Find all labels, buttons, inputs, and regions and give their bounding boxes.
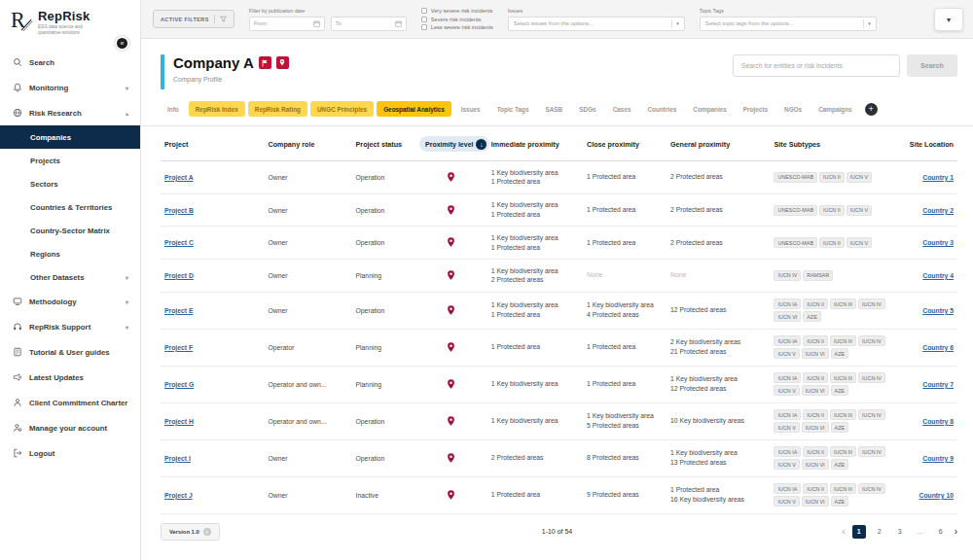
country-link[interactable]: Country 2: [922, 207, 954, 214]
country-link[interactable]: Country 3: [922, 239, 954, 246]
pagination-page-1[interactable]: 1: [852, 525, 866, 539]
sidebar-item-sectors[interactable]: Sectors: [0, 172, 140, 195]
map-pin-badge-icon[interactable]: [276, 56, 289, 69]
sort-descending-icon[interactable]: ↓: [476, 139, 486, 150]
map-pin-icon[interactable]: [446, 341, 456, 353]
table-row: Project EOwnerOperation1 Key biodiversit…: [161, 292, 957, 329]
pagination-page-6[interactable]: 6: [934, 525, 948, 539]
map-pin-icon[interactable]: [446, 204, 456, 216]
sidebar-item-regions[interactable]: Regions: [0, 242, 140, 265]
project-link[interactable]: Project A: [164, 174, 194, 181]
search-button[interactable]: Search: [907, 54, 957, 77]
severity-filter-less-severe-risk-incidents[interactable]: Less severe risk incidents: [421, 24, 493, 30]
flag-badge-icon[interactable]: [259, 56, 271, 69]
project-link[interactable]: Project F: [164, 344, 193, 351]
active-filters-button[interactable]: ACTIVE FILTERS: [153, 10, 234, 28]
tab-cases[interactable]: Cases: [606, 101, 638, 117]
sidebar-collapse-button[interactable]: «: [115, 36, 129, 51]
project-link[interactable]: Project D: [164, 272, 194, 279]
info-icon[interactable]: i: [203, 528, 211, 536]
sidebar-item-monitoring[interactable]: Monitoring▾: [0, 75, 140, 100]
sidebar-item-country-sector-matrix[interactable]: Country-Sector Matrix: [0, 219, 140, 242]
pagination-prev-icon[interactable]: ‹: [842, 527, 845, 537]
sidebar-item-latest-updates[interactable]: Latest Updates: [0, 365, 140, 390]
country-link[interactable]: Country 8: [922, 418, 954, 425]
proximity-level-sort-pill[interactable]: Proximity level↓: [419, 136, 489, 152]
pagination-page-3[interactable]: 3: [893, 525, 907, 539]
sidebar-item-client-commitment-charter[interactable]: Client Commitment Charter: [0, 390, 140, 415]
country-link[interactable]: Country 10: [919, 492, 954, 499]
sidebar-item-companies[interactable]: Companies: [0, 125, 140, 149]
tab-projects[interactable]: Projects: [737, 101, 775, 117]
pagination-page-2[interactable]: 2: [873, 525, 886, 539]
tab-ungc-principles[interactable]: UNGC Principles: [310, 101, 374, 117]
country-link[interactable]: Country 1: [922, 174, 954, 181]
date-from-input[interactable]: [249, 17, 325, 31]
sidebar-item-risk-research[interactable]: Risk Research▴: [0, 100, 140, 125]
filter-expand-button[interactable]: ▾: [934, 8, 963, 31]
sidebar-item-tutorial-user-guides[interactable]: Tutorial & User guides: [0, 339, 140, 365]
project-link[interactable]: Project B: [164, 207, 194, 214]
calendar-icon[interactable]: [313, 20, 320, 27]
date-to-input[interactable]: [331, 17, 407, 31]
project-link[interactable]: Project H: [164, 418, 194, 425]
tab-geospatial-analytics[interactable]: Geospatial Analytics: [377, 101, 451, 117]
map-pin-icon[interactable]: [446, 269, 456, 281]
country-link[interactable]: Country 4: [922, 272, 954, 279]
site-subtype-tag: IUCN IA: [774, 298, 801, 309]
proximity-line: 1 Protected area: [587, 379, 663, 389]
sidebar-item-countries-territories[interactable]: Countries & Territories: [0, 195, 140, 219]
country-link[interactable]: Country 7: [922, 381, 954, 388]
tab-topic-tags[interactable]: Topic Tags: [490, 101, 536, 117]
tab-campaigns[interactable]: Campaigns: [811, 101, 858, 117]
project-link[interactable]: Project E: [164, 307, 193, 314]
main-content: Company A Company Profile Search InfoRep…: [141, 39, 973, 560]
tab-ngos[interactable]: NGOs: [777, 101, 809, 117]
tab-info[interactable]: Info: [161, 101, 186, 117]
sidebar-item-label: Countries & Territories: [30, 203, 112, 212]
calendar-icon[interactable]: [395, 20, 402, 27]
checkbox-icon[interactable]: [421, 8, 427, 14]
topic-tags-select[interactable]: Select topic tags from the options... ▾: [700, 17, 877, 31]
map-pin-icon[interactable]: [446, 452, 456, 464]
date-from-field[interactable]: [254, 20, 310, 26]
sidebar-item-projects[interactable]: Projects: [0, 149, 140, 172]
tab-reprisk-rating[interactable]: RepRisk Rating: [248, 101, 307, 117]
severity-filter-very-severe-risk-incidents[interactable]: Very severe risk incidents: [421, 8, 493, 14]
tab-issues[interactable]: Issues: [454, 101, 487, 117]
version-badge[interactable]: Version 1.0 i: [161, 523, 220, 541]
map-pin-icon[interactable]: [446, 171, 456, 183]
project-link[interactable]: Project C: [164, 239, 194, 246]
project-link[interactable]: Project I: [164, 455, 191, 462]
date-to-field[interactable]: [336, 20, 392, 26]
sidebar-item-methodology[interactable]: Methodology▾: [0, 289, 140, 314]
map-pin-icon[interactable]: [446, 304, 456, 316]
country-link[interactable]: Country 9: [922, 455, 954, 462]
map-pin-icon[interactable]: [446, 236, 456, 248]
tab-sasb[interactable]: SASB: [538, 101, 569, 117]
map-pin-icon[interactable]: [446, 489, 456, 501]
country-link[interactable]: Country 6: [922, 344, 954, 351]
project-link[interactable]: Project J: [164, 492, 193, 499]
sidebar-item-search[interactable]: Search: [0, 50, 140, 75]
tab-companies[interactable]: Companies: [686, 101, 733, 117]
sidebar-item-other-datasets[interactable]: Other Datasets▾: [0, 265, 140, 289]
sidebar-item-manage-your-account[interactable]: Manage your account: [0, 415, 140, 440]
issues-select[interactable]: Select issues from the options... ▾: [508, 17, 685, 31]
sidebar-item-logout[interactable]: Logout: [0, 440, 140, 466]
pagination-next-icon[interactable]: ›: [955, 527, 957, 537]
severity-filter-severe-risk-incidents[interactable]: Severe risk incidents: [421, 17, 493, 22]
column-header-proximity-level[interactable]: Proximity level↓: [415, 126, 487, 161]
tab-countries[interactable]: Countries: [641, 101, 684, 117]
tab-reprisk-index[interactable]: RepRisk Index: [189, 101, 245, 117]
checkbox-icon[interactable]: [421, 24, 427, 30]
map-pin-icon[interactable]: [446, 378, 456, 390]
country-link[interactable]: Country 5: [922, 307, 954, 314]
checkbox-icon[interactable]: [421, 17, 427, 22]
entity-search-input[interactable]: [733, 54, 900, 77]
map-pin-icon[interactable]: [446, 415, 456, 427]
tab-sdgs[interactable]: SDGs: [572, 101, 602, 117]
sidebar-item-reprisk-support[interactable]: RepRisk Support▾: [0, 314, 140, 339]
project-link[interactable]: Project G: [164, 381, 194, 388]
add-tab-button[interactable]: +: [865, 103, 878, 116]
